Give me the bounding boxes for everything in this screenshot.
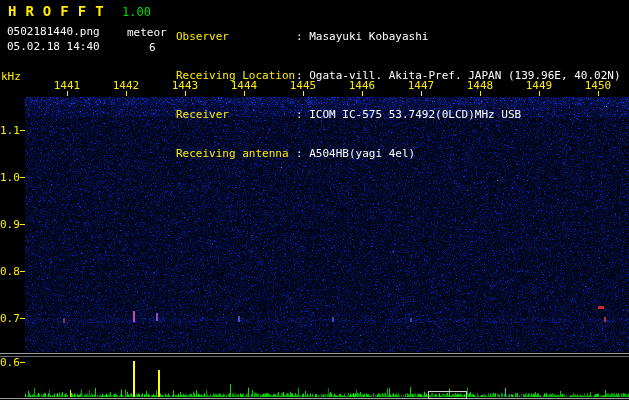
app-version: 1.00 (122, 5, 151, 19)
y-axis-unit-label: kHz (1, 70, 21, 83)
y-tick-label: 0.9 (0, 218, 19, 231)
mode-label: meteor (127, 26, 167, 39)
x-tick-label: 1444 (227, 79, 261, 92)
y-tick-label: 1.0 (0, 171, 19, 184)
info-value: : A504HB(yagi 4el) (296, 147, 415, 160)
x-tick-label: 1448 (463, 79, 497, 92)
y-tick-label: 0.8 (0, 265, 19, 278)
output-filename: 0502181440.png (7, 25, 100, 38)
datetime-label: 05.02.18 14:40 (7, 40, 100, 53)
x-tick-label: 1447 (404, 79, 438, 92)
x-tick-label: 1442 (109, 79, 143, 92)
y-tick-label: 0.7 (0, 312, 19, 325)
hrofft-screen: HROFFT 1.00 0502181440.png meteor 05.02.… (0, 0, 629, 400)
info-row: Receiver: ICOM IC-575 53.7492(0LCD)MHz U… (176, 108, 621, 121)
info-label: Receiving antenna (176, 147, 296, 160)
echo-count: 6 (149, 41, 156, 54)
x-tick-label: 1446 (345, 79, 379, 92)
info-row: Observer: Masayuki Kobayashi (176, 30, 621, 43)
x-tick-label: 1445 (286, 79, 320, 92)
info-value: : Masayuki Kobayashi (296, 30, 428, 43)
x-tick-label: 1443 (168, 79, 202, 92)
x-tick-label: 1449 (522, 79, 556, 92)
info-row: Receiving antenna: A504HB(yagi 4el) (176, 147, 621, 160)
station-info: Observer: Masayuki Kobayashi Receiving L… (176, 4, 621, 186)
info-label: Observer (176, 30, 296, 43)
info-value: : ICOM IC-575 53.7492(0LCD)MHz USB (296, 108, 521, 121)
app-title: HROFFT (8, 3, 113, 19)
y-tick-label: 1.1 (0, 124, 19, 137)
y-tick-label: 0.6 (0, 356, 19, 369)
x-tick-label: 1441 (50, 79, 84, 92)
info-label: Receiver (176, 108, 296, 121)
x-tick-label: 1450 (581, 79, 615, 92)
